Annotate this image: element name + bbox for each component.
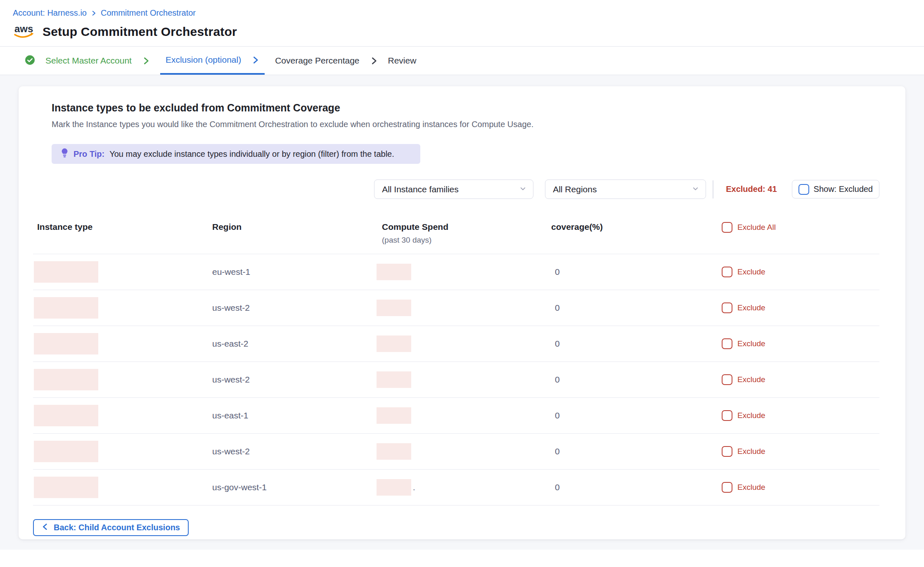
exclude-all-checkbox[interactable]: [722, 222, 732, 233]
column-header-coverage: coverage(%): [551, 222, 722, 232]
show-excluded-label: Show: Excluded: [814, 184, 873, 194]
compute-spend-cell: .: [377, 479, 551, 496]
compute-spend-redacted-value: [377, 300, 411, 316]
region-cell: us-west-2: [212, 375, 377, 385]
exclusion-table: Instance type Region Compute Spend (past…: [33, 222, 879, 506]
top-header: Account: Harness.io Commitment Orchestra…: [0, 0, 924, 47]
step-completed-check-icon: [25, 55, 35, 67]
exclude-all-label: Exclude All: [737, 223, 776, 232]
coverage-cell: 0: [551, 375, 722, 385]
table-row: us-west-2 0 Exclude: [33, 290, 879, 326]
table-body: eu-west-1 0 Exclude us-west-2 0 Exclude …: [33, 254, 879, 506]
compute-spend-cell: [377, 407, 551, 424]
instance-type-cell: [33, 477, 212, 498]
table-row: us-east-2 0 Exclude: [33, 326, 879, 362]
breadcrumb-account-link[interactable]: Account: Harness.io: [13, 8, 87, 18]
exclude-all-control[interactable]: Exclude All: [722, 222, 879, 233]
coverage-cell: 0: [551, 411, 722, 421]
pro-tip-text: You may exclude instance types individua…: [109, 149, 394, 159]
column-header-compute-spend: Compute Spend (past 30 days): [377, 222, 551, 245]
region-cell: us-west-2: [212, 447, 377, 456]
breadcrumb-page-link[interactable]: Commitment Orchestrator: [101, 8, 196, 18]
exclude-checkbox[interactable]: [722, 446, 732, 457]
instance-type-redacted-value: [34, 333, 98, 354]
exclude-checkbox[interactable]: [722, 302, 732, 313]
compute-spend-cell: [377, 335, 551, 352]
show-excluded-toggle[interactable]: Show: Excluded: [792, 180, 879, 198]
exclude-label: Exclude: [737, 303, 765, 312]
instance-families-dropdown[interactable]: All Instance families: [374, 180, 533, 199]
compute-spend-redacted-value: [377, 479, 411, 496]
instance-type-redacted-value: [34, 441, 98, 462]
regions-dropdown[interactable]: All Regions: [545, 180, 706, 199]
column-subheader-past-30-days: (past 30 days): [382, 236, 551, 245]
page-body: Instance types to be excluded from Commi…: [0, 75, 924, 550]
step-exclusion-active[interactable]: Exclusion (optional): [160, 47, 265, 75]
table-header-row: Instance type Region Compute Spend (past…: [33, 222, 879, 254]
coverage-cell: 0: [551, 482, 722, 492]
back-child-account-exclusions-button[interactable]: Back: Child Account Exclusions: [33, 519, 189, 536]
compute-spend-redacted-value: [377, 264, 411, 280]
exclude-control[interactable]: Exclude: [722, 267, 879, 277]
compute-spend-redacted-value: [377, 407, 411, 424]
exclude-checkbox[interactable]: [722, 482, 732, 493]
compute-spend-redacted-value: [377, 443, 411, 460]
compute-spend-redacted-value: [377, 371, 411, 388]
instance-type-cell: [33, 369, 212, 390]
exclude-control[interactable]: Exclude: [722, 482, 879, 493]
exclude-label: Exclude: [737, 375, 765, 384]
compute-spend-cell: [377, 300, 551, 316]
pro-tip-banner: Pro Tip: You may exclude instance types …: [52, 144, 420, 164]
excluded-count-badge: Excluded: 41: [726, 184, 777, 194]
compute-spend-redacted-value: [377, 335, 411, 352]
show-excluded-checkbox[interactable]: [798, 184, 809, 195]
instance-type-cell: [33, 405, 212, 426]
exclude-control[interactable]: Exclude: [722, 302, 879, 313]
chevron-right-icon: [142, 57, 150, 65]
chevron-left-icon: [42, 523, 49, 532]
exclude-label: Exclude: [737, 483, 765, 492]
table-row: us-east-1 0 Exclude: [33, 398, 879, 434]
chevron-right-icon: [370, 57, 378, 65]
exclude-control[interactable]: Exclude: [722, 338, 879, 349]
instance-type-redacted-value: [34, 297, 98, 319]
exclude-checkbox[interactable]: [722, 410, 732, 421]
panel-description: Mark the Instance types you would like t…: [52, 120, 879, 129]
vertical-divider: [713, 180, 713, 198]
lightbulb-icon: [61, 148, 69, 160]
chevron-down-icon: [519, 184, 526, 194]
region-cell: us-east-1: [212, 411, 377, 421]
compute-spend-cell: [377, 371, 551, 388]
exclude-checkbox[interactable]: [722, 267, 732, 277]
exclude-control[interactable]: Exclude: [722, 374, 879, 385]
aws-logo-icon: aws: [13, 22, 35, 42]
exclude-control[interactable]: Exclude: [722, 410, 879, 421]
instance-type-cell: [33, 333, 212, 354]
svg-text:aws: aws: [14, 23, 33, 34]
breadcrumb: Account: Harness.io Commitment Orchestra…: [13, 8, 924, 18]
exclude-checkbox[interactable]: [722, 374, 732, 385]
instance-type-cell: [33, 261, 212, 283]
exclude-control[interactable]: Exclude: [722, 446, 879, 457]
exclusion-panel: Instance types to be excluded from Commi…: [19, 86, 905, 539]
compute-spend-cell: [377, 264, 551, 280]
table-row: eu-west-1 0 Exclude: [33, 254, 879, 290]
column-header-instance-type: Instance type: [33, 222, 212, 232]
step-review[interactable]: Review: [388, 47, 417, 75]
coverage-cell: 0: [551, 339, 722, 349]
table-row: us-west-2 0 Exclude: [33, 362, 879, 398]
region-cell: eu-west-1: [212, 267, 377, 277]
region-cell: us-gov-west-1: [212, 482, 377, 492]
compute-spend-cell: [377, 443, 551, 460]
step-coverage-percentage[interactable]: Coverage Percentage: [275, 47, 359, 75]
column-header-region: Region: [212, 222, 377, 232]
region-cell: us-west-2: [212, 303, 377, 313]
page-title: Setup Commitment Orchestrator: [43, 25, 237, 39]
coverage-cell: 0: [551, 447, 722, 456]
exclude-label: Exclude: [737, 267, 765, 276]
instance-type-redacted-value: [34, 369, 98, 390]
coverage-cell: 0: [551, 303, 722, 313]
step-select-master-account[interactable]: Select Master Account: [25, 47, 132, 75]
exclude-checkbox[interactable]: [722, 338, 732, 349]
table-row: us-gov-west-1 . 0 Exclude: [33, 470, 879, 506]
